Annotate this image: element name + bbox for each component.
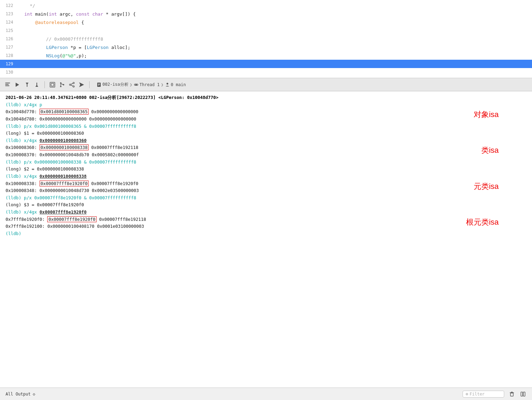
debug-boxed-l12: 0x00007fff8e1920f0 bbox=[40, 181, 89, 186]
svg-rect-34 bbox=[523, 392, 525, 396]
debug-line-l6-bold: 0x0000000100008360 bbox=[40, 138, 86, 143]
svg-marker-3 bbox=[16, 83, 19, 87]
debug-boxed-l17: 0x00007fff8e1920f0 bbox=[47, 216, 96, 222]
debug-suffix-l12: 0x00007fff8e1920f0 bbox=[89, 181, 138, 186]
line-number-124: 124 bbox=[0, 20, 17, 25]
toolbar: 002-isa分析 ❯ Thread 1 ❯ 0 main bbox=[0, 78, 532, 91]
debug-row-l19: (lldb) bbox=[6, 230, 526, 238]
filter-box[interactable]: ⊙ Filter bbox=[463, 391, 504, 398]
code-line-130: 130 bbox=[0, 68, 532, 76]
svg-rect-24 bbox=[98, 85, 99, 85]
line-number-126: 126 bbox=[0, 36, 17, 41]
debug-row-l18: 0x7fff8e192100: 0x0000000100408170 0x000… bbox=[6, 223, 526, 230]
debug-console[interactable]: 2021-06-26 20:11:48.347621+0800 002-isa分… bbox=[0, 91, 532, 388]
line-number-130: 130 bbox=[0, 70, 17, 75]
svg-rect-0 bbox=[5, 83, 10, 83]
split-icon[interactable] bbox=[519, 391, 526, 398]
debug-line-l4: (lldb) p/x 0x001d800100008365 & 0x00007f… bbox=[6, 124, 136, 129]
debug-addr-l12: 0x100008338: bbox=[6, 181, 40, 186]
code-line-124: 124 @autoreleasepool { bbox=[0, 18, 532, 26]
debug-line-l16: (lldb) x/4gx bbox=[6, 209, 40, 215]
line-content-128: NSLog(@"%@",p); bbox=[22, 53, 87, 58]
svg-rect-33 bbox=[521, 392, 523, 396]
svg-point-16 bbox=[69, 84, 71, 85]
frame-icon[interactable] bbox=[49, 81, 56, 88]
debug-line-l1: (lldb) x/4gx p bbox=[6, 102, 42, 107]
breadcrumb-frame[interactable]: 0 main bbox=[165, 82, 186, 87]
output-icon[interactable]: ◇ bbox=[33, 392, 35, 397]
line-number-123: 123 bbox=[0, 11, 17, 16]
svg-marker-20 bbox=[79, 82, 84, 87]
main-window: 122 */ 123 int main(int argc, const char… bbox=[0, 0, 532, 400]
svg-line-18 bbox=[71, 83, 73, 84]
breadcrumb-file[interactable]: 002-isa分析 bbox=[97, 82, 128, 88]
step-in-icon[interactable] bbox=[24, 81, 31, 88]
line-content-124: @autoreleasepool { bbox=[22, 20, 84, 25]
line-content-127: LGPerson *p = [LGPerson alloc]; bbox=[22, 45, 130, 50]
breadcrumb-sep-2: ❯ bbox=[161, 82, 164, 87]
debug-header-row: 2021-06-26 20:11:48.347621+0800 002-isa分… bbox=[6, 94, 526, 101]
debug-line-l16-bold: 0x00007fff8e1920f0 bbox=[40, 209, 86, 215]
debug-line-l10: (long) $2 = 0x0000000100008338 bbox=[6, 166, 84, 172]
debug-row-l9: (lldb) p/x 0x0000000100008338 & 0x00007f… bbox=[6, 159, 526, 166]
breadcrumb: 002-isa分析 ❯ Thread 1 ❯ 0 main bbox=[97, 82, 186, 88]
branch-icon[interactable] bbox=[59, 81, 66, 88]
debug-line-l8: 0x100008370: 0x0000000010048db70 0x00058… bbox=[6, 152, 139, 157]
debug-row-l7: 0x100008360: 0x0000000100008338 0x00007f… bbox=[6, 144, 526, 151]
line-content-126: // 0x00007ffffffffff8 bbox=[22, 36, 103, 42]
debug-line-l9: (lldb) p/x 0x0000000100008338 & 0x00007f… bbox=[6, 159, 136, 165]
line-number-127: 127 bbox=[0, 45, 17, 50]
continue-icon[interactable] bbox=[14, 81, 21, 88]
debug-line-l13: 0x100008348: 0x0000000010048d730 0x0002e… bbox=[6, 188, 139, 193]
person-icon bbox=[165, 82, 170, 87]
line-number-129: 129 bbox=[0, 61, 17, 66]
debug-row-l14: (lldb) p/x 0x00007fff8e1920f0 & 0x00007f… bbox=[6, 194, 526, 202]
debug-addr-l17: 0x7fff8e1920f0: bbox=[6, 217, 47, 222]
thread-icon bbox=[134, 82, 139, 87]
debug-row-l10: (long) $2 = 0x0000000100008338 bbox=[6, 166, 526, 173]
debug-boxed-l7: 0x0000000100008338 bbox=[40, 144, 89, 150]
breadcrumb-thread[interactable]: Thread 1 bbox=[134, 82, 160, 87]
debug-addr-l2: 0x10048d770: bbox=[6, 109, 40, 114]
send-icon[interactable] bbox=[78, 81, 85, 88]
debug-row-l6: (lldb) x/4gx 0x0000000100008360 bbox=[6, 137, 526, 144]
line-number-122: 122 bbox=[0, 3, 17, 8]
debug-row-l16: (lldb) x/4gx 0x00007fff8e1920f0 bbox=[6, 209, 526, 216]
svg-marker-7 bbox=[35, 85, 38, 87]
toolbar-divider-1 bbox=[44, 81, 45, 88]
debug-row-l1: (lldb) x/4gx p bbox=[6, 101, 526, 109]
code-line-128: 128 NSLog(@"%@",p); bbox=[0, 51, 532, 60]
breadcrumb-thread-label: Thread 1 bbox=[140, 82, 160, 87]
debug-line-l3: 0x10048d780: 0x0000000000000000 0x000000… bbox=[6, 116, 136, 122]
svg-rect-22 bbox=[98, 84, 100, 84]
debug-line-l19: (lldb) bbox=[6, 231, 21, 236]
svg-rect-6 bbox=[36, 83, 37, 85]
debug-boxed-l2: 0x001d800100008365 bbox=[40, 109, 89, 115]
debug-line-l14: (lldb) p/x 0x00007fff8e1920f0 & 0x00007f… bbox=[6, 195, 136, 200]
line-number-128: 128 bbox=[0, 53, 17, 58]
code-editor: 122 */ 123 int main(int argc, const char… bbox=[0, 0, 532, 78]
debug-suffix-l2: 0x0000000000000000 bbox=[89, 109, 138, 114]
step-over-icon[interactable] bbox=[4, 81, 11, 88]
file-icon bbox=[97, 82, 101, 87]
debug-row-l3: 0x10048d780: 0x0000000000000000 0x000000… bbox=[6, 116, 526, 123]
debug-line-l5: (long) $1 = 0x0000000100008360 bbox=[6, 131, 84, 136]
step-out-icon[interactable] bbox=[33, 81, 40, 88]
svg-rect-8 bbox=[50, 82, 55, 87]
trash-icon[interactable] bbox=[508, 391, 515, 398]
svg-point-11 bbox=[60, 86, 61, 87]
svg-rect-23 bbox=[98, 84, 100, 85]
share-icon[interactable] bbox=[68, 81, 75, 88]
svg-rect-9 bbox=[51, 83, 54, 86]
debug-row-l12: 0x100008338: 0x00007fff8e1920f0 0x00007f… bbox=[6, 180, 526, 188]
debug-row-l13: 0x100008348: 0x0000000010048d730 0x0002e… bbox=[6, 187, 526, 194]
breadcrumb-file-label: 002-isa分析 bbox=[102, 82, 128, 88]
svg-rect-28 bbox=[510, 393, 513, 396]
debug-suffix-l7: 0x00007fff8e192118 bbox=[89, 145, 138, 150]
debug-row-l11: (lldb) x/4gx 0x0000000100008338 bbox=[6, 173, 526, 180]
svg-rect-26 bbox=[135, 84, 137, 85]
svg-point-27 bbox=[166, 83, 168, 84]
code-line-127: 127 LGPerson *p = [LGPerson alloc]; bbox=[0, 43, 532, 51]
debug-suffix-l17: 0x00007fff8e192118 bbox=[97, 217, 146, 222]
code-line-125: 125 bbox=[0, 26, 532, 35]
